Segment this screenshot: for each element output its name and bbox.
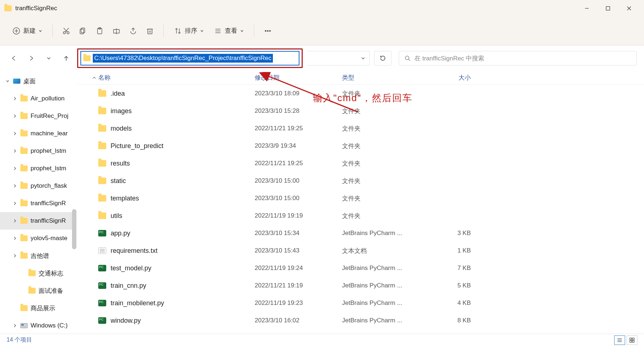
view-button[interactable]: 查看 xyxy=(210,24,247,38)
file-row[interactable]: utils2022/11/19 19:19文件夹 xyxy=(76,207,644,224)
forward-button[interactable] xyxy=(25,52,38,65)
sidebar-item[interactable]: tranfficSignR xyxy=(0,195,76,212)
paste-button[interactable] xyxy=(93,24,107,38)
folder-icon xyxy=(20,131,28,136)
sidebar-item-label: yolov5-maste xyxy=(31,235,67,242)
file-date: 2022/11/19 19:24 xyxy=(255,265,342,272)
search-input[interactable]: 在 tranfficSignRec 中搜索 xyxy=(399,51,637,65)
file-row[interactable]: Picture_to_predict2023/3/9 19:34文件夹 xyxy=(76,137,644,155)
sidebar-item[interactable]: tranfficSignR xyxy=(0,212,76,230)
file-row[interactable]: train_cnn.py2022/11/21 19:19JetBrains Py… xyxy=(76,277,644,294)
sidebar-item-label: 商品展示 xyxy=(31,304,55,313)
file-type: JetBrains PyCharm ... xyxy=(342,265,418,272)
chevron-right-icon xyxy=(12,148,17,154)
sidebar-item[interactable]: 面试准备 xyxy=(0,282,76,299)
scrollbar-thumb[interactable] xyxy=(72,209,76,249)
file-row[interactable]: app.py2023/3/10 15:34JetBrains PyCharm .… xyxy=(76,224,644,242)
sidebar-item[interactable]: pytorch_flask xyxy=(0,177,76,195)
svg-point-30 xyxy=(405,56,409,60)
sidebar-item-label: Air_pollution xyxy=(31,95,65,102)
chevron-right-icon xyxy=(12,218,17,223)
folder-icon xyxy=(20,96,28,102)
share-button[interactable] xyxy=(126,24,140,38)
file-name: results xyxy=(111,160,255,167)
py-icon xyxy=(98,300,106,306)
up-button[interactable] xyxy=(60,52,73,65)
file-size: 1 KB xyxy=(418,247,484,254)
sort-label: 排序 xyxy=(185,27,197,35)
file-row[interactable]: templates2023/3/10 15:00文件夹 xyxy=(76,190,644,207)
delete-button[interactable] xyxy=(143,24,157,38)
toolbar: 新建 排序 查看 xyxy=(0,16,644,45)
sidebar-item[interactable]: prophet_lstm xyxy=(0,142,76,160)
view-thumbnails-button[interactable] xyxy=(627,335,637,345)
sidebar-item[interactable]: 交通标志 xyxy=(0,265,76,282)
file-name: train_cnn.py xyxy=(111,282,255,290)
search-placeholder: 在 tranfficSignRec 中搜索 xyxy=(414,54,484,63)
sidebar-item-label: FruitRec_Proj xyxy=(31,112,68,120)
svg-rect-1 xyxy=(606,7,610,10)
chevron-right-icon xyxy=(12,114,17,119)
file-row[interactable]: images2023/3/10 15:28文件夹 xyxy=(76,102,644,120)
sidebar-item[interactable]: yolov5-maste xyxy=(0,230,76,247)
sidebar-item-label: pytorch_flask xyxy=(31,182,67,190)
folder-icon xyxy=(28,288,36,294)
file-type: 文件夹 xyxy=(342,124,418,133)
refresh-button[interactable] xyxy=(374,51,391,65)
sidebar-item[interactable]: 商品展示 xyxy=(0,299,76,317)
column-name[interactable]: 名称 xyxy=(98,73,255,82)
sidebar-item[interactable]: Windows (C:) xyxy=(0,317,76,334)
view-details-button[interactable] xyxy=(614,335,625,345)
txt-icon xyxy=(98,247,106,254)
more-button[interactable] xyxy=(261,24,275,38)
file-type: JetBrains PyCharm ... xyxy=(342,299,418,307)
folder-icon xyxy=(20,200,28,206)
new-button[interactable]: 新建 xyxy=(9,24,46,38)
file-row[interactable]: requirements.txt2023/3/10 15:43文本文档1 KB xyxy=(76,242,644,259)
file-row[interactable]: test_model.py2022/11/19 19:24JetBrains P… xyxy=(76,259,644,277)
copy-button[interactable] xyxy=(76,24,90,38)
sidebar-item[interactable]: prophet_lstm xyxy=(0,160,76,177)
file-row[interactable]: window.py2023/3/10 16:02JetBrains PyChar… xyxy=(76,312,644,329)
sidebar-item[interactable]: machine_lear xyxy=(0,125,76,142)
sidebar-item-label: 吉他谱 xyxy=(31,252,49,260)
svg-rect-39 xyxy=(632,341,634,342)
address-bar[interactable]: C:\Users\47382\Desktop\tranfficSignRec_P… xyxy=(77,48,303,68)
file-date: 2022/11/19 19:19 xyxy=(255,212,342,219)
maximize-button[interactable] xyxy=(597,0,619,16)
file-name: templates xyxy=(111,195,255,202)
sidebar-item[interactable]: Air_pollution xyxy=(0,90,76,107)
address-path[interactable]: C:\Users\47382\Desktop\tranfficSignRec_P… xyxy=(93,54,273,63)
chevron-right-icon xyxy=(12,166,17,171)
file-row[interactable]: models2022/11/21 19:25文件夹 xyxy=(76,120,644,137)
sort-button[interactable]: 排序 xyxy=(170,24,207,38)
divider xyxy=(254,25,254,37)
py-icon xyxy=(98,265,106,271)
rename-button[interactable] xyxy=(110,24,123,38)
close-button[interactable] xyxy=(619,0,640,16)
chevron-right-icon xyxy=(12,183,17,188)
search-icon xyxy=(404,55,411,61)
minimize-button[interactable] xyxy=(576,0,597,16)
column-date[interactable]: 修改日期 xyxy=(255,73,342,82)
file-row[interactable]: train_mobilenet.py2022/11/19 19:23JetBra… xyxy=(76,294,644,312)
recent-button[interactable] xyxy=(42,52,55,65)
back-button[interactable] xyxy=(7,52,20,65)
column-type[interactable]: 类型 xyxy=(342,73,418,82)
folder-icon xyxy=(20,113,28,119)
folder-icon xyxy=(98,178,106,184)
cut-button[interactable] xyxy=(59,24,73,38)
address-history-dropdown[interactable] xyxy=(307,51,370,65)
file-type: 文件夹 xyxy=(342,159,418,168)
file-name: images xyxy=(111,107,255,115)
divider xyxy=(52,25,53,37)
sidebar-item[interactable]: 吉他谱 xyxy=(0,247,76,265)
column-size[interactable]: 大小 xyxy=(418,73,484,82)
sidebar-item[interactable]: FruitRec_Proj xyxy=(0,107,76,125)
file-row[interactable]: results2022/11/21 19:25文件夹 xyxy=(76,155,644,172)
file-row[interactable]: static2023/3/10 15:00文件夹 xyxy=(76,172,644,190)
sort-indicator-icon xyxy=(92,75,97,80)
sidebar-item-desktop[interactable]: 桌面 xyxy=(0,72,76,90)
folder-icon xyxy=(28,270,36,276)
folder-icon xyxy=(20,148,28,154)
